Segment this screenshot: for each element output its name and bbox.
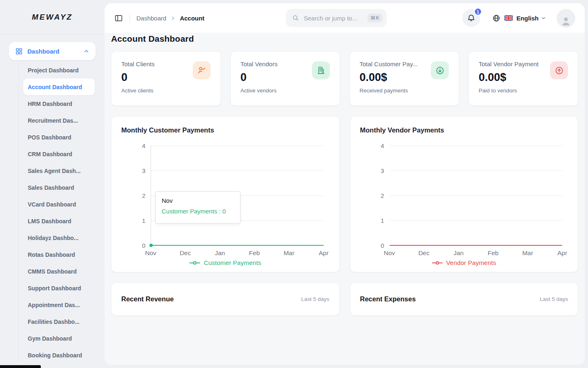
x-tick: Mar	[283, 249, 294, 257]
arrow-down-circle-icon	[431, 61, 449, 79]
uk-flag-icon[interactable]	[504, 15, 513, 21]
main-panel: Dashboard Account Search or jump to... ⌘…	[105, 3, 585, 365]
recent-expenses-panel: Recent Expenses Last 5 days	[350, 283, 579, 316]
y-tick: 2	[142, 192, 145, 199]
vendor-payments-plot: 4 3 2 1 0 Nov Dec Jan Feb Mar Apr	[390, 146, 563, 245]
x-tick: Feb	[249, 249, 260, 257]
x-tick: Jan	[453, 249, 463, 257]
hover-axis-pointer	[151, 146, 151, 245]
chevron-down-icon[interactable]	[541, 15, 546, 21]
recent-revenue-panel: Recent Revenue Last 5 days	[111, 283, 340, 316]
bottom-panels-row: Recent Revenue Last 5 days Recent Expens…	[111, 283, 578, 316]
horizontal-scrollbar-thumb[interactable]	[0, 365, 41, 368]
chart-card-vendor-payments: Monthly Vendor Payments 4 3 2 1 0 Nov De…	[350, 116, 579, 272]
y-tick: 0	[381, 242, 384, 249]
x-tick: Apr	[318, 249, 328, 257]
sidebar-item-rotas-dashboard[interactable]: Rotas Dashboard	[23, 246, 95, 263]
breadcrumb: Dashboard Account	[136, 15, 204, 22]
search-input[interactable]: Search or jump to... ⌘K	[286, 9, 387, 27]
x-tick: Feb	[488, 249, 499, 257]
arrow-up-circle-icon	[550, 61, 568, 79]
legend-label: Customer Payments	[204, 259, 261, 267]
sidebar-item-facilities-dashboard[interactable]: Facilities Dashbo...	[23, 313, 95, 330]
search-placeholder: Search or jump to...	[304, 15, 363, 22]
stat-card-total-customer-payment: Total Customer Pay... 0.00$ Received pay…	[350, 51, 459, 106]
legend-label: Vendor Payments	[446, 259, 496, 267]
sidebar-item-recruitment-dashboard[interactable]: Recruitment Das...	[23, 112, 95, 129]
vendor-payments-series-line	[390, 245, 563, 246]
stat-card-total-clients: Total Clients 0 Active clients	[111, 51, 221, 106]
panel-title: Recent Revenue	[121, 295, 174, 303]
y-tick: 1	[142, 217, 145, 224]
chart-tooltip: Nov Customer Payments : 0	[155, 191, 241, 224]
sidebar-item-holidayz-dashboard[interactable]: Holidayz Dashbo...	[23, 229, 95, 246]
stats-row: Total Clients 0 Active clients Total Ven…	[111, 51, 578, 106]
sidebar-item-appointment-dashboard[interactable]: Appointment Das...	[23, 296, 95, 313]
app-logo: MEWAYZ	[0, 0, 105, 34]
sidebar-group-label: Dashboard	[27, 48, 79, 55]
sidebar-item-pos-dashboard[interactable]: POS Dashboard	[23, 129, 95, 146]
tooltip-category: Nov	[162, 197, 234, 204]
sidebar-item-gym-dashboard[interactable]: Gym Dashboard	[23, 330, 95, 347]
sidebar-item-cmms-dashboard[interactable]: CMMS Dashboard	[23, 263, 95, 280]
sidebar-item-hrm-dashboard[interactable]: HRM Dashboard	[23, 95, 95, 112]
line-legend-marker-icon	[189, 261, 200, 265]
bell-icon	[467, 13, 476, 22]
chart-card-customer-payments: Monthly Customer Payments 4 3 2 1 0 Nov …	[111, 116, 340, 272]
notifications-button[interactable]: 1	[462, 9, 480, 27]
y-gridline	[390, 171, 563, 171]
sidebar-toggle-button[interactable]	[114, 14, 123, 22]
language-selector[interactable]: English	[517, 15, 539, 22]
sidebar-item-sales-agent-dashboard[interactable]: Sales Agent Dash...	[23, 162, 95, 179]
chevron-up-icon	[83, 48, 89, 54]
x-tick: Dec	[180, 249, 191, 257]
y-gridline	[390, 220, 563, 221]
sidebar-item-support-dashboard[interactable]: Support Dashboard	[23, 280, 95, 296]
user-check-icon	[193, 61, 211, 79]
y-tick: 1	[381, 217, 384, 224]
legend-vendor-payments[interactable]: Vendor Payments	[360, 259, 568, 267]
chart-title: Monthly Customer Payments	[121, 126, 330, 134]
stat-subtitle: Paid to vendors	[479, 88, 568, 94]
sidebar: MEWAYZ Dashboard Project Dashboard Accou…	[0, 0, 105, 368]
sidebar-item-lms-dashboard[interactable]: LMS Dashboard	[23, 213, 95, 229]
search-icon	[292, 14, 300, 22]
grid-icon	[15, 47, 23, 55]
hovered-data-point[interactable]	[149, 244, 153, 247]
avatar[interactable]	[557, 9, 575, 27]
building-icon	[312, 61, 330, 79]
x-tick: Apr	[557, 249, 567, 257]
sidebar-item-sales-dashboard[interactable]: Sales Dashboard	[23, 179, 95, 196]
breadcrumb-root[interactable]: Dashboard	[136, 15, 166, 22]
y-tick: 4	[142, 142, 145, 149]
chart-title: Monthly Vendor Payments	[360, 126, 568, 134]
y-tick: 3	[381, 167, 384, 174]
y-gridline	[390, 195, 563, 196]
x-tick: Dec	[418, 249, 430, 257]
y-tick: 0	[142, 242, 145, 249]
y-gridline	[151, 146, 324, 146]
x-tick: Mar	[522, 249, 533, 257]
y-tick: 3	[142, 167, 145, 174]
sidebar-item-booking-dashboard[interactable]: Booking Dashboard	[23, 347, 95, 364]
charts-row: Monthly Customer Payments 4 3 2 1 0 Nov …	[111, 116, 578, 272]
stat-card-total-vendor-payment: Total Vendor Payment 0.00$ Paid to vendo…	[468, 51, 578, 106]
legend-customer-payments[interactable]: Customer Payments	[121, 259, 330, 267]
search-shortcut-badge: ⌘K	[368, 13, 383, 22]
notification-count-badge: 1	[474, 8, 482, 16]
sidebar-group-dashboard[interactable]: Dashboard	[9, 42, 96, 60]
sidebar-item-project-dashboard[interactable]: Project Dashboard	[23, 62, 95, 79]
y-gridline	[151, 171, 324, 171]
globe-icon[interactable]	[492, 14, 501, 22]
breadcrumb-current: Account	[180, 15, 204, 22]
panel-range: Last 5 days	[301, 296, 329, 302]
topbar: Dashboard Account Search or jump to... ⌘…	[105, 3, 585, 33]
sidebar-item-vcard-dashboard[interactable]: VCard Dashboard	[23, 196, 95, 213]
topbar-actions: 1 English	[462, 9, 575, 27]
stat-subtitle: Active clients	[121, 88, 211, 94]
sidebar-item-crm-dashboard[interactable]: CRM Dashboard	[23, 146, 95, 162]
stat-subtitle: Active vendors	[241, 88, 330, 94]
customer-payments-series-line	[151, 245, 324, 246]
sidebar-item-account-dashboard[interactable]: Account Dashboard	[23, 79, 95, 95]
tooltip-value: Customer Payments : 0	[162, 208, 234, 215]
